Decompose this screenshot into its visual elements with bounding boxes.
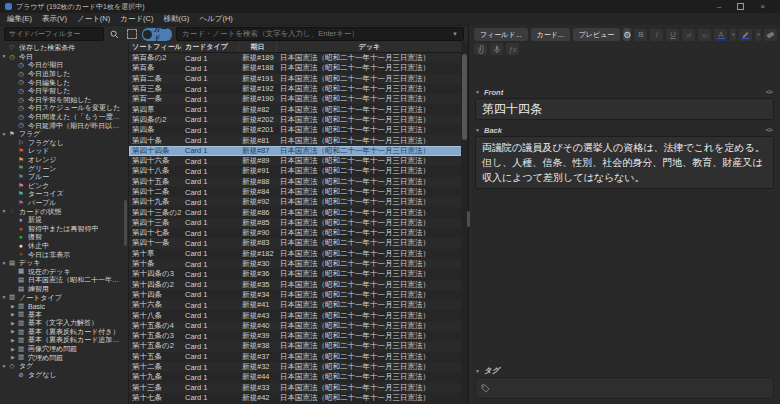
collapse-icon[interactable]: ▼ [0, 209, 8, 214]
table-row[interactable]: 第百一条Card 1新規#190日本国憲法（昭和二十一年十一月三日憲法） [129, 94, 462, 104]
expand-icon[interactable]: ▶ [9, 347, 17, 352]
table-row[interactable]: 第十三条Card 1新規#33日本国憲法（昭和二十一年十一月三日憲法） [129, 383, 462, 393]
sidebar-item-flag-turquoise[interactable]: ⚑ターコイズ [0, 190, 122, 199]
table-row[interactable]: 第百条の2Card 1新規#189日本国憲法（昭和二十一年十一月三日憲法） [129, 53, 462, 63]
search-icon[interactable] [108, 28, 121, 41]
collapse-icon[interactable]: ▼ [0, 132, 8, 137]
underline-icon[interactable]: U [666, 29, 679, 41]
sidebar-item-saved-searches[interactable]: ♡保存した検索条件 [0, 44, 122, 53]
sidebar-item-tags[interactable]: ▼◇タグ [0, 362, 122, 371]
sidebar-item-decks[interactable]: ▼▤デッキ [0, 259, 122, 268]
sidebar-item-tag-none[interactable]: ⊘タグなし [0, 371, 122, 380]
cards-button[interactable]: カード... [531, 28, 570, 41]
sidebar-item-card-state[interactable]: ▼◌カードの状態 [0, 207, 122, 216]
search-history-caret-icon[interactable]: ▼ [452, 31, 458, 37]
sidebar-item-state-learning[interactable]: ●習得中または再習得中 [0, 224, 122, 233]
sidebar-item-due-today[interactable]: ◷今日が期日 [0, 61, 122, 70]
sidebar-item-flags[interactable]: ▼⚑フラグ [0, 130, 122, 139]
sidebar-item-today[interactable]: ▼◷今日 [0, 53, 122, 62]
expand-icon[interactable]: ▶ [9, 338, 17, 343]
expand-icon[interactable]: ▶ [9, 312, 17, 317]
table-scrollbar[interactable] [462, 54, 467, 140]
table-row[interactable]: 第十五条の4Card 1新規#40日本国憲法（昭和二十一年十一月三日憲法） [129, 321, 462, 331]
table-row[interactable]: 第四十六条Card 1新規#89日本国憲法（昭和二十一年十一月三日憲法） [129, 156, 462, 166]
table-row[interactable]: 第十条Card 1新規#30日本国憲法（昭和二十一年十一月三日憲法） [129, 259, 462, 269]
table-row[interactable]: 第四十九条Card 1新規#92日本国憲法（昭和二十一年十一月三日憲法） [129, 197, 462, 207]
sidebar-item-flag-pink[interactable]: ⚑ピンク [0, 182, 122, 191]
table-row[interactable]: 第十二条Card 1新規#32日本国憲法（昭和二十一年十一月三日憲法） [129, 362, 462, 372]
attachment-icon[interactable] [474, 43, 487, 55]
expand-icon[interactable]: ▶ [9, 304, 17, 309]
sidebar-item-state-suspended[interactable]: ●休止中 [0, 242, 122, 251]
table-row[interactable]: 第四十八条Card 1新規#91日本国憲法（昭和二十一年十一月三日憲法） [129, 166, 462, 176]
card-search-input[interactable]: カード・ノートを検索（文字を入力し、Enterキー） ▼ [176, 27, 464, 41]
chevron-down-icon[interactable]: ▼ [475, 89, 484, 95]
highlight-icon[interactable] [739, 29, 752, 41]
fields-button[interactable]: フィールド... [474, 28, 528, 41]
sidebar-item-notetypes[interactable]: ▼▥ノートタイプ [0, 293, 122, 302]
column-header[interactable]: カードタイプ [182, 42, 239, 52]
sidebar-item-first-review-today[interactable]: ◷今日学習を開始した [0, 96, 122, 105]
sidebar-item-rescheduled-today[interactable]: ◷今日スケジュールを変更した [0, 104, 122, 113]
column-header[interactable]: 期日 [239, 42, 277, 52]
table-row[interactable]: 第四十条Card 1新規#81日本国憲法（昭和二十一年十一月三日憲法） [129, 135, 462, 145]
sidebar-item-flag-orange[interactable]: ⚑オレンジ [0, 156, 122, 165]
menu-item[interactable]: 移動(G) [159, 13, 195, 25]
table-row[interactable]: 第十九条Card 1新規#44日本国憲法（昭和二十一年十一月三日憲法） [129, 372, 462, 382]
table-row[interactable]: 第四十三条の2Card 1新規#86日本国憲法（昭和二十一年十一月三日憲法） [129, 207, 462, 217]
sidebar-scrollbar[interactable] [124, 200, 127, 246]
collapse-icon[interactable]: ▼ [0, 261, 8, 266]
menu-item[interactable]: 表示(V) [37, 13, 72, 25]
sidebar-item-nt-typein[interactable]: ▶▥基本（文字入力解答） [0, 319, 122, 328]
sidebar-item-state-buried[interactable]: ●今日は非表示 [0, 250, 122, 259]
sidebar-item-deck-current[interactable]: ▦現在のデッキ [0, 267, 122, 276]
table-row[interactable]: 第四条の2Card 1新規#202日本国憲法（昭和二十一年十一月三日憲法） [129, 115, 462, 125]
table-row[interactable]: 第十四条Card 1新規#34日本国憲法（昭和二十一年十一月三日憲法） [129, 290, 462, 300]
sidebar-filter-input[interactable]: サイドバーフィルター [4, 27, 104, 41]
sidebar-item-nt-cloze[interactable]: ▶▥穴埋め問題 [0, 353, 122, 362]
table-row[interactable]: 第四十五条Card 1新規#88日本国憲法（昭和二十一年十一月三日憲法） [129, 177, 462, 187]
column-header[interactable]: ソートフィールド▼ [129, 42, 182, 52]
sidebar-item-studied-today[interactable]: ◷今日学習した [0, 87, 122, 96]
table-row[interactable]: 第十五条の2Card 1新規#38日本国憲法（昭和二十一年十一月三日憲法） [129, 341, 462, 351]
table-row[interactable]: 第百三条Card 1新規#192日本国憲法（昭和二十一年十一月三日憲法） [129, 84, 462, 94]
menu-item[interactable]: 編集(E) [2, 13, 37, 25]
cards-notes-toggle[interactable]: カード [142, 28, 172, 41]
sidebar-item-nt-image-occlusion[interactable]: ▶▥画像穴埋め問題 [0, 345, 122, 354]
table-row[interactable]: 第四十二条Card 1新規#84日本国憲法（昭和二十一年十一月三日憲法） [129, 187, 462, 197]
sidebar-item-nt-reversed[interactable]: ▶▥基本（裏表反転カード付き） [0, 328, 122, 337]
sidebar-item-nt-kihon[interactable]: ▶▥基本 [0, 310, 122, 319]
menu-item[interactable]: ヘルプ(H) [194, 13, 237, 25]
sidebar-item-again-today[interactable]: ◷今日間違えた（「もう一度」と回答した） [0, 113, 122, 122]
sidebar-item-nt-optional-reversed[interactable]: ▶▥基本（裏表反転カード追加可能） [0, 336, 122, 345]
sidebar-item-flag-none[interactable]: ⚐フラグなし [0, 139, 122, 148]
sidebar-item-flag-green[interactable]: ⚑グリーン [0, 164, 122, 173]
field-input-front[interactable]: 第四十四条 [475, 98, 774, 120]
html-editor-icon[interactable]: <> [766, 126, 774, 134]
table-row[interactable]: 第百条Card 1新規#188日本国憲法（昭和二十一年十一月三日憲法） [129, 63, 462, 73]
chevron-down-icon[interactable]: ▼ [475, 368, 484, 374]
table-row[interactable]: 第十五条の3Card 1新規#39日本国憲法（昭和二十一年十一月三日憲法） [129, 331, 462, 341]
equations-icon[interactable]: ƒx [506, 43, 519, 55]
selection-mode-icon[interactable] [125, 28, 138, 41]
expand-icon[interactable]: ▶ [9, 321, 17, 326]
text-color-icon[interactable]: A [714, 29, 727, 41]
sidebar-item-added-today[interactable]: ◷今日追加した [0, 70, 122, 79]
table-row[interactable]: 第百二条Card 1新規#191日本国憲法（昭和二十一年十一月三日憲法） [129, 74, 462, 84]
table-row[interactable]: 第十八条Card 1新規#43日本国憲法（昭和二十一年十一月三日憲法） [129, 310, 462, 320]
sidebar-item-nt-basic[interactable]: ▶▥Basic [0, 302, 122, 311]
table-row[interactable]: 第四章Card 1新規#82日本国憲法（昭和二十一年十一月三日憲法） [129, 104, 462, 114]
collapse-icon[interactable]: ▼ [0, 295, 8, 300]
table-row[interactable]: 第四条Card 1新規#201日本国憲法（昭和二十一年十一月三日憲法） [129, 125, 462, 135]
table-row[interactable]: 第四十四条Card 1新規#87日本国憲法（昭和二十一年十一月三日憲法） [129, 146, 462, 156]
sidebar-item-state-review[interactable]: ●復習 [0, 233, 122, 242]
sidebar-item-deck-kenpou[interactable]: ▤日本国憲法（昭和二十一年十一月… [0, 276, 122, 285]
close-button[interactable]: × [760, 2, 765, 11]
html-editor-icon[interactable]: <> [766, 88, 774, 96]
table-row[interactable]: 第四十一条Card 1新規#83日本国憲法（昭和二十一年十一月三日憲法） [129, 238, 462, 248]
sidebar-item-flag-red[interactable]: ⚑レッド [0, 147, 122, 156]
sidebar-item-state-new[interactable]: ●新規 [0, 216, 122, 225]
superscript-icon[interactable]: x² [682, 29, 695, 41]
chevron-down-icon[interactable]: ▼ [475, 127, 484, 133]
menu-item[interactable]: ノート(N) [72, 13, 115, 25]
